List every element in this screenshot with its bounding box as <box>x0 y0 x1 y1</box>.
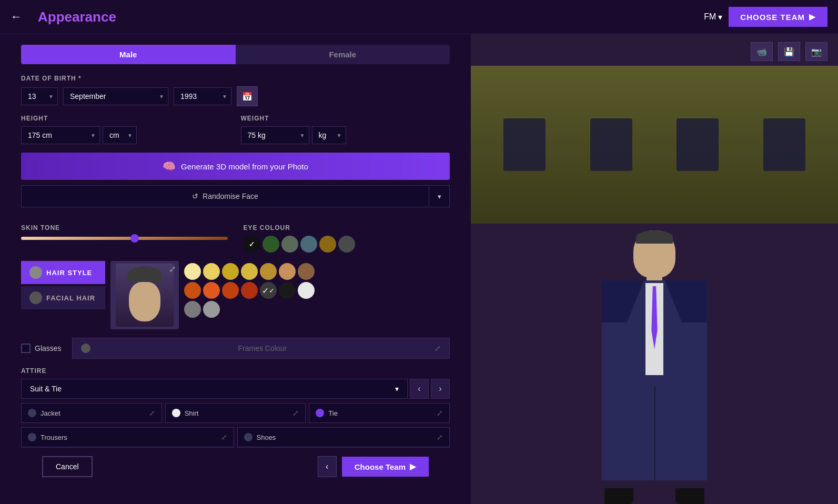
height-val-wrap: 175 cm <box>21 126 100 144</box>
frames-colour-label: Frames Colour <box>238 344 287 352</box>
glasses-checkbox[interactable] <box>21 344 31 353</box>
hair-swatch-auburn[interactable] <box>241 282 258 299</box>
attire-dropdown-arrow: ▾ <box>395 385 399 393</box>
eye-swatch-grey-green[interactable] <box>281 236 298 253</box>
year-select[interactable]: 1993 <box>174 87 231 105</box>
hair-swatch-brown[interactable] <box>298 263 315 280</box>
month-select[interactable]: September <box>63 87 168 105</box>
weight-label: WEIGHT <box>241 115 450 122</box>
jacket-expand-icon: ⤢ <box>149 409 155 417</box>
facial-hair-option[interactable]: FACIAL HAIR <box>21 286 105 309</box>
skin-group: SKIN TONE <box>21 216 228 240</box>
attire-item-tie[interactable]: Tie ⤢ <box>309 403 450 423</box>
year-select-wrap: 1993 <box>174 87 231 105</box>
hair-swatch-dark[interactable]: ✓ <box>260 282 277 299</box>
generate-3d-button[interactable]: 🧠 Generate 3D model from your Photo <box>21 153 450 180</box>
skin-slider-track[interactable] <box>21 237 228 240</box>
glasses-checkbox-label[interactable]: Glasses <box>21 344 62 353</box>
hair-options: HAIR STYLE FACIAL HAIR <box>21 261 105 329</box>
attire-prev-button[interactable]: ‹ <box>410 379 429 399</box>
choose-team-top-button[interactable]: CHOOSE TEAM ▶ <box>729 7 827 27</box>
hair-shape <box>128 266 162 282</box>
weight-unit-wrap: kg <box>312 126 346 144</box>
hair-swatch-dark-blonde[interactable] <box>222 263 239 280</box>
face-shape <box>129 282 160 321</box>
calendar-button[interactable]: 📅 <box>237 86 258 106</box>
month-select-wrap: September <box>63 87 168 105</box>
char-shoe-right <box>675 488 704 504</box>
eye-swatch-hazel[interactable] <box>319 236 336 253</box>
tie-expand-icon: ⤢ <box>437 409 443 417</box>
hair-swatch-red[interactable] <box>203 282 220 299</box>
hair-style-option[interactable]: HAIR STYLE <box>21 261 105 284</box>
attire-item-shirt[interactable]: Shirt ⤢ <box>165 403 306 423</box>
fm-menu-button[interactable]: FM ▾ <box>704 12 722 22</box>
shirt-expand-icon: ⤢ <box>292 409 299 417</box>
hair-swatch-golden[interactable] <box>241 263 258 280</box>
shoes-label: Shoes <box>257 434 276 441</box>
weight-unit-select[interactable]: kg <box>312 126 346 144</box>
facial-hair-icon <box>29 291 42 304</box>
hair-preview-image <box>116 264 174 327</box>
character-figure <box>586 230 723 504</box>
eye-swatch-blue-grey[interactable] <box>300 236 317 253</box>
char-head <box>633 230 675 278</box>
char-hair <box>636 230 673 244</box>
height-unit-select[interactable]: cm <box>103 126 137 144</box>
trousers-dot <box>28 433 36 441</box>
hair-swatch-amber[interactable] <box>260 263 277 280</box>
camera-button[interactable]: 📷 <box>805 42 827 61</box>
hair-colour-swatches: ✓ <box>184 263 315 318</box>
attire-next-button[interactable]: › <box>431 379 450 399</box>
attire-item-shoes[interactable]: Shoes ⤢ <box>237 427 450 447</box>
hair-swatch-light-brown[interactable] <box>279 263 296 280</box>
back-nav-button[interactable]: ‹ <box>318 456 337 477</box>
hair-swatch-dark-red[interactable] <box>222 282 239 299</box>
gender-tabs: Male Female <box>21 45 450 64</box>
randomise-row: ↺ Randomise Face ▾ <box>21 185 450 207</box>
hair-swatch-grey[interactable] <box>184 301 201 318</box>
video-button[interactable]: 📹 <box>751 42 773 61</box>
hair-section: HAIR STYLE FACIAL HAIR ⤢ <box>21 261 450 329</box>
dob-label: DATE OF BIRTH * <box>21 75 450 82</box>
eye-swatch-dark-grey[interactable] <box>338 236 355 253</box>
hair-preview-expand-icon[interactable]: ⤢ <box>169 264 176 274</box>
day-select[interactable]: 13 <box>21 87 58 105</box>
attire-item-trousers[interactable]: Trousers ⤢ <box>21 427 234 447</box>
height-value-select[interactable]: 175 cm <box>21 126 100 144</box>
save-button[interactable]: 💾 <box>778 42 800 61</box>
weight-value-select[interactable]: 75 kg <box>241 126 309 144</box>
hair-swatch-white[interactable] <box>298 282 315 299</box>
topbar: ← Appearance FM ▾ CHOOSE TEAM ▶ <box>0 0 838 34</box>
shirt-label: Shirt <box>185 409 199 417</box>
frames-colour-expand-icon: ⤢ <box>435 344 441 352</box>
attire-item-jacket[interactable]: Jacket ⤢ <box>21 403 162 423</box>
shoes-dot <box>244 433 253 441</box>
hair-swatch-light-grey[interactable] <box>203 301 220 318</box>
randomise-dropdown-button[interactable]: ▾ <box>429 185 450 207</box>
hair-swatch-black[interactable] <box>279 282 296 299</box>
eye-swatch-black[interactable]: ✓ <box>244 236 260 253</box>
tab-male[interactable]: Male <box>21 45 236 64</box>
hair-swatch-red-light[interactable] <box>184 282 201 299</box>
choose-team-button[interactable]: Choose Team ▶ <box>342 457 429 477</box>
tab-female[interactable]: Female <box>236 45 450 64</box>
char-legs <box>602 386 707 480</box>
weight-inner: 75 kg kg <box>241 126 450 144</box>
attire-dropdown-button[interactable]: Suit & Tie ▾ <box>21 379 408 399</box>
bottom-bar: Cancel ‹ Choose Team ▶ <box>21 447 450 486</box>
attire-items-row-1: Jacket ⤢ Shirt ⤢ Tie ⤢ <box>21 403 450 423</box>
hair-swatch-blonde[interactable] <box>203 263 220 280</box>
back-button[interactable]: ← <box>11 10 22 24</box>
cancel-button[interactable]: Cancel <box>42 456 93 477</box>
randomise-button[interactable]: ↺ Randomise Face <box>21 185 429 207</box>
hair-swatch-blonde-light[interactable] <box>184 263 201 280</box>
weight-group: WEIGHT 75 kg kg <box>241 106 450 144</box>
attire-selected-label: Suit & Tie <box>30 385 62 393</box>
trousers-expand-icon: ⤢ <box>221 433 227 441</box>
camera-icon: 📷 <box>811 47 822 57</box>
facial-hair-label: FACIAL HAIR <box>46 294 95 302</box>
frames-colour-button[interactable]: Frames Colour ⤢ <box>72 338 450 359</box>
eye-swatch-dark-green[interactable] <box>262 236 279 253</box>
eye-colour-label: EYE COLOUR <box>244 224 450 231</box>
